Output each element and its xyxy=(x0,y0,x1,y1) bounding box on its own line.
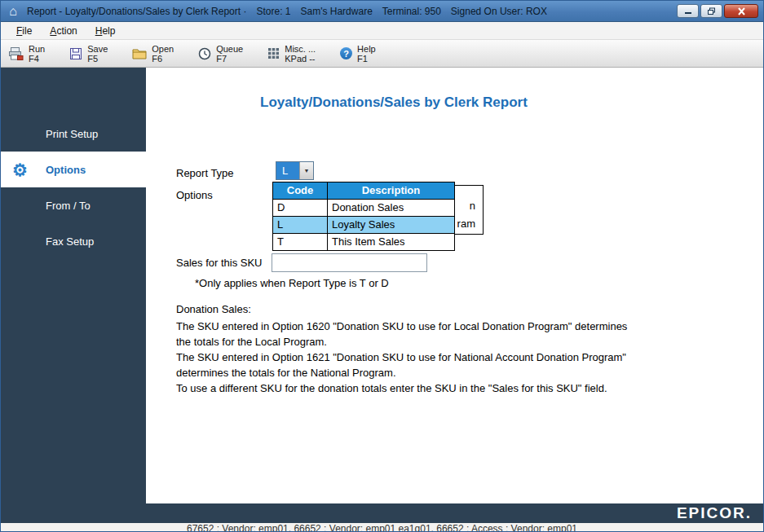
open-folder-icon xyxy=(132,48,147,59)
page-title: Loyalty/Donations/Sales by Clerk Report xyxy=(260,95,528,111)
keypad-icon xyxy=(267,47,280,59)
open-button[interactable]: Open F6 xyxy=(132,44,174,64)
titlebar-text: Report - Loyalty/Donations/Sales by Cler… xyxy=(27,6,547,17)
report-type-dropdown: Code Description D Donation Sales L Loya… xyxy=(272,182,455,251)
dropdown-cell-description: Loyalty Sales xyxy=(328,216,454,233)
window-title: Report - Loyalty/Donations/Sales by Cler… xyxy=(27,6,246,17)
toolbar-label: Misc. ... xyxy=(285,44,316,54)
dropdown-row-loyalty-sales[interactable]: L Loyalty Sales xyxy=(273,216,454,233)
sidebar-item-label: Fax Setup xyxy=(46,235,94,248)
chevron-down-icon[interactable] xyxy=(299,162,313,179)
options-label: Options xyxy=(176,189,213,201)
menu-help[interactable]: Help xyxy=(88,24,123,38)
dropdown-header-description: Description xyxy=(328,182,454,199)
report-type-value: L xyxy=(276,162,299,179)
description-paragraph: The SKU entered in Option 1620 "Donation… xyxy=(176,319,739,396)
toolbar-label: Save xyxy=(87,44,108,54)
store-name: Sam's Hardware xyxy=(300,6,372,17)
help-icon xyxy=(340,47,352,59)
home-icon xyxy=(6,4,20,19)
toolbar-key: F6 xyxy=(152,54,174,64)
sidebar-item-label: Print Setup xyxy=(46,128,98,140)
queue-clock-icon xyxy=(198,47,211,60)
description-line: The SKU entered in Option 1620 "Donation… xyxy=(176,319,739,334)
toolbar-label: Queue xyxy=(216,44,243,54)
save-icon xyxy=(69,47,82,60)
toolbar-label: Open xyxy=(152,44,174,54)
toolbar-label: Run xyxy=(29,44,45,54)
toolbar-key: F1 xyxy=(357,54,376,64)
status-text: 67652 : Vendor: emp01, 66652 : Vendor: e… xyxy=(187,523,577,531)
toolbar-key: F7 xyxy=(216,54,243,64)
restore-button[interactable] xyxy=(700,4,722,18)
footer-bar: EPICOR. xyxy=(1,503,763,523)
sidebar-item-from-to[interactable]: From / To xyxy=(1,187,146,223)
description-line: The SKU entered in Option 1621 "Donation… xyxy=(176,350,739,365)
main-content: Loyalty/Donations/Sales by Clerk Report … xyxy=(146,68,763,503)
options-list-fragment: n xyxy=(470,200,475,212)
dropdown-header-code: Code xyxy=(273,182,328,199)
dropdown-cell-description: This Item Sales xyxy=(328,233,454,250)
sidebar: Print Setup Options From / To Fax Setup xyxy=(1,68,146,503)
window-controls xyxy=(677,4,758,18)
description-line: determines the totals for the National P… xyxy=(176,365,739,380)
report-type-combobox[interactable]: L xyxy=(276,161,314,180)
options-list-fragment: ram xyxy=(457,218,475,230)
restore-icon xyxy=(707,7,716,15)
status-bar: 67652 : Vendor: emp01, 66652 : Vendor: e… xyxy=(1,523,763,531)
toolbar-key: KPad -- xyxy=(285,54,316,64)
sidebar-item-print-setup[interactable]: Print Setup xyxy=(1,116,146,152)
toolbar-key: F4 xyxy=(29,54,45,64)
terminal-number: Terminal: 950 xyxy=(382,6,441,17)
misc-kpad-button[interactable]: Misc. ... KPad -- xyxy=(267,44,316,64)
menubar: File Action Help xyxy=(1,22,763,40)
save-button[interactable]: Save F5 xyxy=(69,44,108,64)
close-button[interactable] xyxy=(724,4,758,18)
sku-note: *Only applies when Report Type is T or D xyxy=(195,277,389,289)
menu-action[interactable]: Action xyxy=(42,24,84,38)
description-heading: Donation Sales: xyxy=(176,303,251,315)
minimize-button[interactable] xyxy=(677,4,699,18)
toolbar: Run F4 Save F5 Open F6 xyxy=(1,40,763,68)
run-button[interactable]: Run F4 xyxy=(9,44,45,64)
dropdown-cell-code: D xyxy=(273,199,328,216)
dropdown-cell-code: L xyxy=(273,216,328,233)
epicor-logo: EPICOR. xyxy=(677,504,752,522)
toolbar-key: F5 xyxy=(87,54,108,64)
sidebar-item-options[interactable]: Options xyxy=(1,152,146,187)
signed-on-user: Signed On User: ROX xyxy=(451,6,547,17)
sidebar-item-label: Options xyxy=(46,164,86,176)
report-type-label: Report Type xyxy=(176,167,234,179)
minimize-icon xyxy=(684,7,692,15)
sidebar-item-fax-setup[interactable]: Fax Setup xyxy=(1,223,146,259)
help-button[interactable]: Help F1 xyxy=(340,44,376,64)
dropdown-header-row: Code Description xyxy=(273,182,454,199)
sku-label: Sales for this SKU xyxy=(176,257,263,269)
run-icon xyxy=(9,47,24,60)
toolbar-label: Help xyxy=(357,44,376,54)
close-icon xyxy=(737,7,746,15)
description-line: the totals for the Local Program. xyxy=(176,334,739,350)
gear-icon xyxy=(12,161,28,178)
sidebar-item-label: From / To xyxy=(46,200,91,212)
sku-input[interactable] xyxy=(272,253,427,272)
menu-file[interactable]: File xyxy=(9,24,39,38)
dropdown-row-donation-sales[interactable]: D Donation Sales xyxy=(273,199,454,216)
store-number: Store: 1 xyxy=(256,6,290,17)
app-window: Report - Loyalty/Donations/Sales by Cler… xyxy=(0,0,764,532)
queue-button[interactable]: Queue F7 xyxy=(198,44,243,64)
body: Print Setup Options From / To Fax Setup … xyxy=(1,68,763,503)
description-line: To use a different SKU for the donation … xyxy=(176,380,739,396)
dropdown-cell-description: Donation Sales xyxy=(328,199,454,216)
dropdown-row-this-item-sales[interactable]: T This Item Sales xyxy=(273,233,454,250)
dropdown-cell-code: T xyxy=(273,233,328,250)
titlebar: Report - Loyalty/Donations/Sales by Cler… xyxy=(1,1,763,22)
